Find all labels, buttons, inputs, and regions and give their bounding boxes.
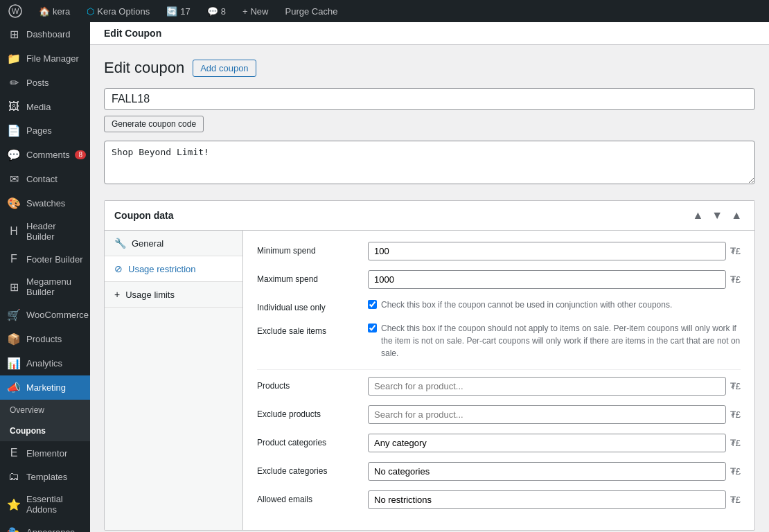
purge-cache-btn[interactable]: Purge Cache bbox=[282, 0, 340, 22]
sidebar-item-label: Essential Addons bbox=[26, 494, 83, 515]
sidebar-item-label: Templates bbox=[26, 472, 67, 482]
sidebar-item-header-builder[interactable]: H Header Builder bbox=[0, 215, 90, 247]
media-icon: 🖼 bbox=[7, 100, 21, 113]
exclude-sale-field: Check this box if the coupon should not … bbox=[368, 322, 741, 360]
sidebar-item-posts[interactable]: ✏ Posts bbox=[0, 71, 90, 95]
sidebar-item-elementor[interactable]: E Elementor bbox=[0, 441, 90, 465]
exclude-sale-checkbox[interactable] bbox=[368, 323, 377, 332]
coupon-data-title: Coupon data bbox=[114, 210, 174, 221]
maximum-spend-input[interactable] bbox=[368, 270, 726, 289]
exclude-products-row: Exclude products ₮£ bbox=[257, 405, 741, 424]
sidebar-item-dashboard[interactable]: ⊞ Dashboard bbox=[0, 22, 90, 46]
exclude-categories-select[interactable]: No categories bbox=[368, 462, 726, 481]
sidebar-item-overview[interactable]: Overview bbox=[0, 400, 90, 420]
products-search-input[interactable] bbox=[368, 377, 726, 396]
individual-use-desc: Check this box if the coupon cannot be u… bbox=[381, 299, 672, 311]
sidebar-item-label: Comments bbox=[26, 150, 70, 160]
individual-use-checkbox[interactable] bbox=[368, 300, 377, 309]
allowed-emails-input[interactable] bbox=[368, 490, 726, 509]
tab-usage-restriction[interactable]: ⊘ Usage restriction bbox=[105, 256, 242, 282]
header-controls: ▲ ▼ ▲ bbox=[689, 208, 745, 223]
sidebar-item-megamenu[interactable]: ⊞ Megamenu Builder bbox=[0, 271, 90, 303]
sidebar-item-label: Analytics bbox=[26, 358, 62, 369]
individual-use-row: Individual use only Check this box if th… bbox=[257, 299, 741, 312]
exclude-products-label: Exclude products bbox=[257, 405, 368, 419]
templates-icon: 🗂 bbox=[7, 470, 21, 483]
page-header-title: Edit Coupon bbox=[104, 28, 161, 39]
sidebar-item-coupons[interactable]: Coupons bbox=[0, 420, 90, 441]
admin-bar: W 🏠 kera ⬡ Kera Options 🔄 17 💬 8 + New P… bbox=[0, 0, 769, 22]
allowed-emails-input-wrapper: ₮£ bbox=[368, 490, 741, 509]
sidebar-item-products[interactable]: 📦 Products bbox=[0, 327, 90, 351]
form-divider-1 bbox=[257, 369, 741, 370]
products-label: Products bbox=[257, 377, 368, 391]
woocommerce-icon: 🛒 bbox=[7, 308, 21, 321]
sidebar-item-templates[interactable]: 🗂 Templates bbox=[0, 465, 90, 488]
general-tab-label: General bbox=[132, 238, 163, 249]
toggle-btn[interactable]: ▲ bbox=[728, 208, 745, 223]
individual-use-field: Check this box if the coupon cannot be u… bbox=[368, 299, 741, 311]
kera-options-label: Kera Options bbox=[97, 6, 150, 17]
kera-options-btn[interactable]: ⬡ Kera Options bbox=[84, 0, 152, 22]
file-manager-icon: 📁 bbox=[7, 52, 21, 65]
sidebar: ⊞ Dashboard 📁 File Manager ✏ Posts 🖼 Med… bbox=[0, 22, 90, 532]
sidebar-item-media[interactable]: 🖼 Media bbox=[0, 95, 90, 118]
site-name-btn[interactable]: 🏠 kera bbox=[36, 0, 73, 22]
new-label: New bbox=[250, 6, 268, 17]
add-coupon-button[interactable]: Add coupon bbox=[193, 60, 256, 77]
exclude-products-search-input[interactable] bbox=[368, 405, 726, 424]
sidebar-item-woocommerce[interactable]: 🛒 WooCommerce bbox=[0, 303, 90, 327]
sidebar-item-file-manager[interactable]: 📁 File Manager bbox=[0, 46, 90, 71]
overview-label: Overview bbox=[10, 405, 44, 415]
maximum-spend-field: ₮£ bbox=[368, 270, 741, 289]
sidebar-item-label: File Manager bbox=[26, 53, 79, 64]
comments-btn[interactable]: 💬 8 bbox=[204, 0, 229, 22]
minimum-spend-input[interactable] bbox=[368, 242, 726, 260]
analytics-icon: 📊 bbox=[7, 357, 21, 370]
appearance-icon: 🎭 bbox=[7, 526, 21, 532]
allowed-emails-field: ₮£ bbox=[368, 490, 741, 509]
sidebar-item-label: Megamenu Builder bbox=[26, 276, 83, 297]
individual-use-checkbox-row: Check this box if the coupon cannot be u… bbox=[368, 299, 741, 311]
maximum-spend-input-wrapper: ₮£ bbox=[368, 270, 741, 289]
exclude-sale-desc: Check this box if the coupon should not … bbox=[381, 322, 741, 360]
exclude-categories-field: No categories ₮£ bbox=[368, 462, 741, 481]
exclude-products-field: ₮£ bbox=[368, 405, 741, 424]
product-categories-select[interactable]: Any category bbox=[368, 434, 726, 452]
sidebar-item-swatches[interactable]: 🎨 Swatches bbox=[0, 191, 90, 215]
wp-logo-btn[interactable]: W bbox=[6, 0, 25, 22]
swatches-icon: 🎨 bbox=[7, 197, 21, 210]
tab-general[interactable]: 🔧 General bbox=[105, 231, 242, 256]
exclude-products-input-wrapper: ₮£ bbox=[368, 405, 741, 424]
coupons-label: Coupons bbox=[10, 426, 46, 436]
collapse-up-btn[interactable]: ▲ bbox=[689, 208, 706, 223]
sidebar-item-essential-addons[interactable]: ⭐ Essential Addons bbox=[0, 488, 90, 520]
collapse-down-btn[interactable]: ▼ bbox=[709, 208, 725, 223]
pages-icon: 📄 bbox=[7, 124, 21, 137]
home-icon: 🏠 bbox=[39, 6, 50, 17]
sidebar-item-analytics[interactable]: 📊 Analytics bbox=[0, 351, 90, 375]
megamenu-icon: ⊞ bbox=[7, 281, 21, 294]
description-textarea[interactable]: Shop Beyond Limit! bbox=[104, 141, 755, 184]
product-categories-currency: ₮£ bbox=[730, 438, 741, 448]
minimum-spend-currency: ₮£ bbox=[730, 246, 741, 256]
new-btn[interactable]: + New bbox=[240, 0, 272, 22]
general-tab-icon: 🔧 bbox=[114, 238, 126, 249]
products-currency: ₮£ bbox=[730, 381, 741, 391]
sidebar-item-marketing[interactable]: 📣 Marketing bbox=[0, 375, 90, 400]
updates-count: 17 bbox=[180, 6, 190, 17]
tab-usage-limits[interactable]: + Usage limits bbox=[105, 282, 242, 308]
coupon-name-input[interactable] bbox=[104, 88, 755, 110]
sidebar-item-appearance[interactable]: 🎭 Appearance bbox=[0, 520, 90, 532]
sidebar-item-contact[interactable]: ✉ Contact bbox=[0, 167, 90, 191]
maximum-spend-currency: ₮£ bbox=[730, 274, 741, 285]
sidebar-item-label: Posts bbox=[26, 78, 49, 88]
product-categories-wrapper: Any category ₮£ bbox=[368, 434, 741, 452]
updates-btn[interactable]: 🔄 17 bbox=[163, 0, 193, 22]
sidebar-item-comments[interactable]: 💬 Comments 8 bbox=[0, 143, 90, 167]
marketing-submenu: Overview Coupons bbox=[0, 400, 90, 441]
sidebar-item-pages[interactable]: 📄 Pages bbox=[0, 118, 90, 143]
sidebar-item-footer-builder[interactable]: F Footer Builder bbox=[0, 247, 90, 271]
generate-coupon-code-button[interactable]: Generate coupon code bbox=[104, 116, 204, 132]
posts-icon: ✏ bbox=[7, 76, 21, 89]
